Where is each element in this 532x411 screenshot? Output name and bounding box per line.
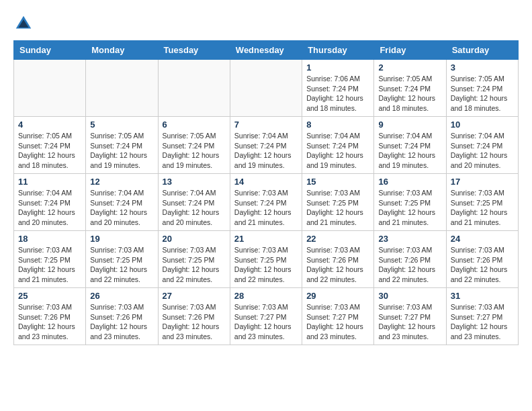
day-info: Sunrise: 7:05 AM Sunset: 7:24 PM Dayligh… <box>90 131 153 171</box>
day-number: 12 <box>90 177 153 187</box>
calendar-cell: 9Sunrise: 7:04 AM Sunset: 7:24 PM Daylig… <box>374 117 446 174</box>
day-number: 25 <box>18 291 81 301</box>
day-info: Sunrise: 7:03 AM Sunset: 7:25 PM Dayligh… <box>306 188 369 228</box>
weekday-header-wednesday: Wednesday <box>230 41 302 60</box>
calendar-cell: 8Sunrise: 7:04 AM Sunset: 7:24 PM Daylig… <box>302 117 374 174</box>
weekday-header-friday: Friday <box>374 41 446 60</box>
calendar-cell: 12Sunrise: 7:04 AM Sunset: 7:24 PM Dayli… <box>86 174 158 231</box>
day-number: 21 <box>234 234 298 244</box>
day-info: Sunrise: 7:05 AM Sunset: 7:24 PM Dayligh… <box>18 131 81 171</box>
day-number: 6 <box>163 120 226 130</box>
day-number: 18 <box>18 234 81 244</box>
calendar-cell: 25Sunrise: 7:03 AM Sunset: 7:26 PM Dayli… <box>14 288 86 345</box>
calendar-cell: 14Sunrise: 7:03 AM Sunset: 7:24 PM Dayli… <box>230 174 302 231</box>
calendar-cell: 19Sunrise: 7:03 AM Sunset: 7:25 PM Dayli… <box>86 231 158 288</box>
day-number: 15 <box>306 177 369 187</box>
day-number: 13 <box>163 177 226 187</box>
day-info: Sunrise: 7:03 AM Sunset: 7:24 PM Dayligh… <box>234 188 298 228</box>
day-info: Sunrise: 7:05 AM Sunset: 7:24 PM Dayligh… <box>163 131 226 171</box>
calendar-cell: 2Sunrise: 7:05 AM Sunset: 7:24 PM Daylig… <box>374 60 446 117</box>
calendar-cell: 23Sunrise: 7:03 AM Sunset: 7:26 PM Dayli… <box>374 231 446 288</box>
day-number: 1 <box>306 62 369 73</box>
day-number: 8 <box>306 120 369 130</box>
day-info: Sunrise: 7:03 AM Sunset: 7:25 PM Dayligh… <box>163 245 226 285</box>
calendar-cell <box>86 60 158 117</box>
calendar-cell: 21Sunrise: 7:03 AM Sunset: 7:25 PM Dayli… <box>230 231 302 288</box>
weekday-header-row: SundayMondayTuesdayWednesdayThursdayFrid… <box>14 41 519 60</box>
weekday-header-sunday: Sunday <box>14 41 86 60</box>
calendar-cell: 20Sunrise: 7:03 AM Sunset: 7:25 PM Dayli… <box>158 231 230 288</box>
day-info: Sunrise: 7:03 AM Sunset: 7:25 PM Dayligh… <box>234 245 298 285</box>
day-number: 30 <box>378 291 441 301</box>
day-info: Sunrise: 7:03 AM Sunset: 7:26 PM Dayligh… <box>378 245 441 285</box>
calendar-cell: 3Sunrise: 7:05 AM Sunset: 7:24 PM Daylig… <box>446 60 518 117</box>
calendar-cell <box>230 60 302 117</box>
day-number: 20 <box>163 234 226 244</box>
calendar-cell: 29Sunrise: 7:03 AM Sunset: 7:27 PM Dayli… <box>302 288 374 345</box>
day-info: Sunrise: 7:04 AM Sunset: 7:24 PM Dayligh… <box>378 131 441 171</box>
calendar-cell: 5Sunrise: 7:05 AM Sunset: 7:24 PM Daylig… <box>86 117 158 174</box>
calendar-cell: 16Sunrise: 7:03 AM Sunset: 7:25 PM Dayli… <box>374 174 446 231</box>
calendar-cell <box>14 60 86 117</box>
day-number: 28 <box>234 291 298 301</box>
day-info: Sunrise: 7:03 AM Sunset: 7:26 PM Dayligh… <box>163 302 226 342</box>
calendar-cell: 10Sunrise: 7:04 AM Sunset: 7:24 PM Dayli… <box>446 117 518 174</box>
calendar-week-row: 18Sunrise: 7:03 AM Sunset: 7:25 PM Dayli… <box>14 231 519 288</box>
day-info: Sunrise: 7:04 AM Sunset: 7:24 PM Dayligh… <box>451 131 514 171</box>
day-info: Sunrise: 7:03 AM Sunset: 7:26 PM Dayligh… <box>18 302 81 342</box>
day-info: Sunrise: 7:03 AM Sunset: 7:27 PM Dayligh… <box>234 302 298 342</box>
calendar-cell <box>158 60 230 117</box>
day-number: 22 <box>306 234 369 244</box>
day-number: 2 <box>378 62 441 73</box>
logo <box>13 13 35 34</box>
day-number: 16 <box>378 177 441 187</box>
calendar-cell: 1Sunrise: 7:06 AM Sunset: 7:24 PM Daylig… <box>302 60 374 117</box>
calendar-cell: 11Sunrise: 7:04 AM Sunset: 7:24 PM Dayli… <box>14 174 86 231</box>
calendar-week-row: 1Sunrise: 7:06 AM Sunset: 7:24 PM Daylig… <box>14 60 519 117</box>
calendar-week-row: 4Sunrise: 7:05 AM Sunset: 7:24 PM Daylig… <box>14 117 519 174</box>
day-number: 17 <box>451 177 514 187</box>
calendar-cell: 28Sunrise: 7:03 AM Sunset: 7:27 PM Dayli… <box>230 288 302 345</box>
day-info: Sunrise: 7:06 AM Sunset: 7:24 PM Dayligh… <box>306 74 369 113</box>
day-number: 27 <box>163 291 226 301</box>
calendar-cell: 4Sunrise: 7:05 AM Sunset: 7:24 PM Daylig… <box>14 117 86 174</box>
day-info: Sunrise: 7:03 AM Sunset: 7:27 PM Dayligh… <box>306 302 369 342</box>
calendar-week-row: 25Sunrise: 7:03 AM Sunset: 7:26 PM Dayli… <box>14 288 519 345</box>
day-number: 26 <box>90 291 153 301</box>
day-info: Sunrise: 7:04 AM Sunset: 7:24 PM Dayligh… <box>18 188 81 228</box>
day-number: 10 <box>451 120 514 130</box>
day-info: Sunrise: 7:05 AM Sunset: 7:24 PM Dayligh… <box>378 74 441 113</box>
day-info: Sunrise: 7:03 AM Sunset: 7:25 PM Dayligh… <box>451 188 514 228</box>
calendar-cell: 18Sunrise: 7:03 AM Sunset: 7:25 PM Dayli… <box>14 231 86 288</box>
day-info: Sunrise: 7:03 AM Sunset: 7:26 PM Dayligh… <box>306 245 369 285</box>
calendar-week-row: 11Sunrise: 7:04 AM Sunset: 7:24 PM Dayli… <box>14 174 519 231</box>
calendar-cell: 26Sunrise: 7:03 AM Sunset: 7:26 PM Dayli… <box>86 288 158 345</box>
day-info: Sunrise: 7:03 AM Sunset: 7:25 PM Dayligh… <box>18 245 81 285</box>
day-info: Sunrise: 7:04 AM Sunset: 7:24 PM Dayligh… <box>163 188 226 228</box>
page-header <box>13 13 519 34</box>
day-info: Sunrise: 7:03 AM Sunset: 7:26 PM Dayligh… <box>90 302 153 342</box>
calendar-cell: 13Sunrise: 7:04 AM Sunset: 7:24 PM Dayli… <box>158 174 230 231</box>
day-number: 24 <box>451 234 514 244</box>
day-number: 3 <box>451 62 514 73</box>
weekday-header-saturday: Saturday <box>446 41 518 60</box>
day-number: 29 <box>306 291 369 301</box>
day-info: Sunrise: 7:05 AM Sunset: 7:24 PM Dayligh… <box>451 74 514 113</box>
day-number: 23 <box>378 234 441 244</box>
day-info: Sunrise: 7:04 AM Sunset: 7:24 PM Dayligh… <box>306 131 369 171</box>
day-info: Sunrise: 7:04 AM Sunset: 7:24 PM Dayligh… <box>90 188 153 228</box>
day-number: 19 <box>90 234 153 244</box>
calendar-cell: 17Sunrise: 7:03 AM Sunset: 7:25 PM Dayli… <box>446 174 518 231</box>
calendar-table: SundayMondayTuesdayWednesdayThursdayFrid… <box>13 40 519 345</box>
day-info: Sunrise: 7:03 AM Sunset: 7:25 PM Dayligh… <box>378 188 441 228</box>
weekday-header-monday: Monday <box>86 41 158 60</box>
day-number: 31 <box>451 291 514 301</box>
day-number: 11 <box>18 177 81 187</box>
calendar-cell: 15Sunrise: 7:03 AM Sunset: 7:25 PM Dayli… <box>302 174 374 231</box>
day-info: Sunrise: 7:04 AM Sunset: 7:24 PM Dayligh… <box>234 131 298 171</box>
day-info: Sunrise: 7:03 AM Sunset: 7:26 PM Dayligh… <box>451 245 514 285</box>
calendar-cell: 27Sunrise: 7:03 AM Sunset: 7:26 PM Dayli… <box>158 288 230 345</box>
logo-icon <box>13 13 34 34</box>
day-info: Sunrise: 7:03 AM Sunset: 7:25 PM Dayligh… <box>90 245 153 285</box>
calendar-cell: 30Sunrise: 7:03 AM Sunset: 7:27 PM Dayli… <box>374 288 446 345</box>
